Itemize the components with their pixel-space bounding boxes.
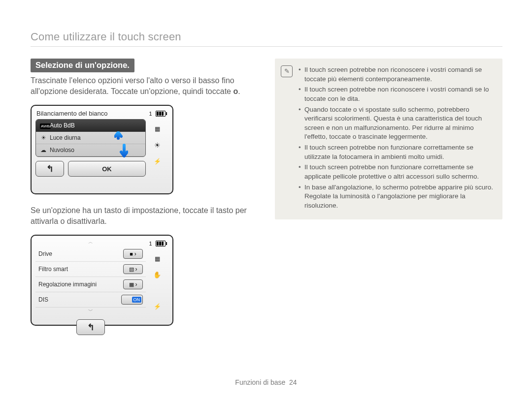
left-column: Selezione di un'opzione. Trascinate l'el…: [31, 59, 258, 326]
page-footer: Funzioni di base 24: [0, 378, 532, 386]
chevron-up-icon[interactable]: ︿: [88, 239, 93, 246]
ok-button[interactable]: OK: [68, 161, 146, 177]
note-box: ✎ Il touch screen potrebbe non riconosce…: [275, 59, 502, 219]
toggle-on-label: ON: [132, 297, 142, 303]
back-button[interactable]: ↰: [76, 319, 105, 335]
chevron-right-icon: ›: [134, 250, 136, 257]
note-item: Il touch screen potrebbe non riconoscere…: [299, 85, 494, 103]
counter: 1: [149, 111, 152, 117]
pill-glyph: ▧: [129, 266, 134, 273]
list-item-label: Auto BdB: [50, 122, 75, 129]
camera-screenshot-wb: Bilanciamento del bianco AWB Auto BdB ☀ …: [31, 105, 173, 194]
list-item[interactable]: ☁ Nuvoloso: [36, 144, 145, 156]
note-list: Il touch screen potrebbe non riconoscere…: [299, 65, 494, 210]
settings-list[interactable]: Drive ■› Filtro smart ▧› Regolazione imm…: [35, 247, 146, 308]
list-item[interactable]: DIS ON: [35, 292, 146, 308]
dis-toggle[interactable]: ON: [121, 295, 143, 305]
list-item-label: DIS: [38, 296, 48, 303]
counter: 1: [149, 241, 152, 247]
footer-page: 24: [289, 378, 297, 386]
flash-icon: [154, 158, 161, 165]
list-item-label: Luce diurna: [50, 134, 81, 141]
ok-symbol: o: [233, 87, 238, 95]
chevron-down-icon[interactable]: ﹀: [88, 308, 93, 314]
adjust-icon[interactable]: ▦›: [123, 279, 143, 289]
intro-text: Trascinate l'elenco opzioni verso l'alto…: [31, 75, 258, 97]
pill-glyph: ▦: [129, 281, 134, 288]
list-item-label: Drive: [38, 250, 52, 257]
list-item[interactable]: AWB Auto BdB: [36, 120, 145, 132]
note-item: Il touch screen potrebbe non riconoscere…: [299, 65, 494, 84]
back-button[interactable]: ↰: [35, 161, 64, 177]
camera-screenshot-settings: ︿ Drive ■› Filtro smart ▧› Regol: [31, 235, 173, 326]
footer-section: Funzioni di base: [235, 378, 285, 386]
note-icon: ✎: [281, 65, 293, 77]
battery-icon: [156, 241, 166, 247]
light-icon: [154, 141, 161, 149]
battery-icon: [156, 111, 166, 117]
grid-icon: [155, 255, 160, 262]
pill-glyph: ■: [130, 251, 133, 257]
filter-icon[interactable]: ▧›: [123, 264, 143, 274]
note-item: In base all'angolazione, lo schermo potr…: [299, 183, 494, 211]
note-item: Quando toccate o vi spostate sullo scher…: [299, 105, 494, 142]
note-item: Il touch screen potrebbe non funzionare …: [299, 163, 494, 181]
note-item: Il touch screen potrebbe non funzionare …: [299, 143, 494, 161]
list-item[interactable]: Regolazione immagini ▦›: [35, 277, 146, 292]
section-heading: Selezione di un'opzione.: [31, 59, 134, 72]
list-item[interactable]: Filtro smart ▧›: [35, 262, 146, 277]
sun-icon: ☀: [40, 134, 47, 141]
list-item-label: Nuvoloso: [50, 147, 74, 154]
status-sidebar: 1: [146, 109, 168, 190]
wb-option-list[interactable]: AWB Auto BdB ☀ Luce diurna ☁ Nuvoloso: [35, 119, 146, 157]
awb-badge: AWB: [40, 123, 51, 129]
single-frame-icon[interactable]: ■›: [123, 249, 143, 259]
chevron-right-icon: ›: [135, 266, 137, 273]
right-column: ✎ Il touch screen potrebbe non riconosce…: [275, 59, 502, 326]
list-item-label: Filtro smart: [38, 266, 68, 273]
wb-title: Bilanciamento del bianco: [35, 109, 146, 119]
intro-tail: .: [238, 87, 240, 95]
status-sidebar: 1 ✋: [146, 239, 168, 322]
list-item[interactable]: ☀ Luce diurna: [36, 132, 145, 144]
list-item-label: Regolazione immagini: [38, 281, 97, 288]
flash-icon: [154, 303, 161, 310]
list-item[interactable]: Drive ■›: [35, 247, 146, 262]
hand-icon: ✋: [153, 271, 161, 278]
page-title: Come utilizzare il touch screen: [31, 31, 502, 43]
grid-icon: [155, 125, 160, 132]
mid-text: Se un'opzione ha un tasto di impostazion…: [31, 205, 258, 227]
cloud-icon: ☁: [40, 147, 47, 154]
intro-text-body: Trascinate l'elenco opzioni verso l'alto…: [31, 76, 234, 95]
chevron-right-icon: ›: [135, 281, 137, 288]
awb-badge-icon: AWB: [40, 122, 47, 129]
title-rule: [31, 46, 502, 47]
